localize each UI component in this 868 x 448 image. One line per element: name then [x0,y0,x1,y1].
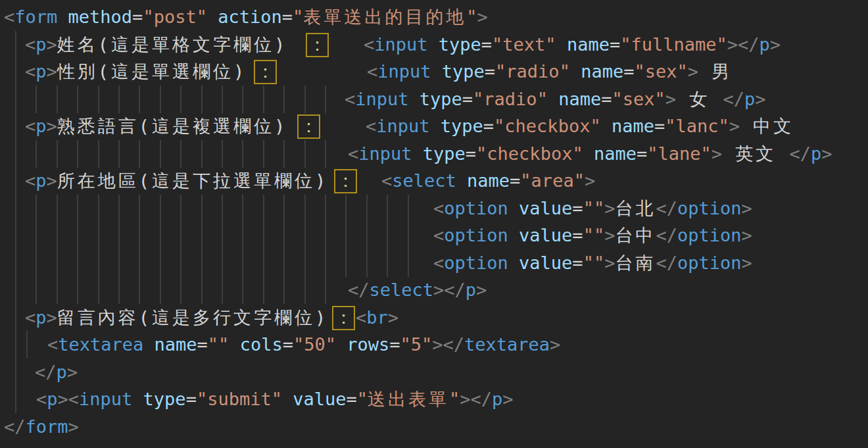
string-token: " [449,389,460,409]
unicode-highlight-box: ： [332,306,355,330]
punctuation-token: > [688,61,698,82]
code-line-5[interactable]: <p>熟悉語言(這是複選欄位)：<input type="checkbox" n… [0,112,868,140]
unicode-highlight-box: ： [297,114,320,139]
string-token: "text" [492,34,556,55]
punctuation-token: > [604,198,615,218]
string-token: "submit" [197,389,282,409]
code-line-7[interactable]: <p>所在地區(這是下拉選單欄位)：<select name="area"> [0,167,868,195]
punctuation-token: > [821,143,832,164]
string-token: "50" [293,334,336,355]
string-token: "area" [520,170,585,191]
code-segment: <input type="text" name="fullname"></p> [364,31,781,59]
code-line-4[interactable]: <input type="radio" name="sex"> 女 </p> [0,86,868,113]
code-editor[interactable]: <form method="post" action="表單送出的目的地"><p… [0,0,868,448]
code-segment: ： [334,167,357,195]
punctuation-token: < [381,170,392,191]
tag-name-token: select [392,170,456,191]
attribute-name-token: cols [229,334,282,355]
text-token: 女 [676,89,723,109]
punctuation-token: > [47,61,57,82]
code-segment: </form> [4,413,79,441]
tag-name-token: option [444,225,508,245]
attribute-name-token: method [68,7,133,27]
tag-name-token: p [744,89,755,109]
attribute-name-token: name [143,334,197,355]
unicode-highlight-box: ： [306,33,329,57]
punctuation-token: > [770,34,781,55]
code-line-2[interactable]: <p>姓名(這是單格文字欄位)：<input type="text" name=… [0,31,868,59]
tag-name-token: option [677,225,742,245]
text-token: 留言內容(這是多行文字欄位) [57,307,329,328]
punctuation-token: > [550,334,560,355]
tag-name-token: option [677,253,742,273]
tag-name-token: input [376,116,429,136]
tag-name-token: p [36,61,46,82]
punctuation-token: </ [656,225,677,245]
code-line-13[interactable]: <textarea name="" cols="50" rows="5"></t… [0,331,868,359]
punctuation-token: > [47,34,57,55]
tag-name-token: textarea [464,334,550,355]
punctuation-token: > [502,389,513,409]
punctuation-token: > [460,389,470,409]
string-token: "lanc" [665,116,729,136]
code-segment: <option value="">台中</option> [433,222,752,249]
string-token: "fullname" [620,34,727,55]
code-line-6[interactable]: <input type="checkbox" name="lane"> 英文 <… [0,140,868,168]
code-segment: <p>熟悉語言(這是複選欄位) [25,112,287,140]
string-token: "radio" [495,61,570,82]
tag-name-token: p [492,389,502,409]
code-line-9[interactable]: <option value="">台中</option> [0,222,868,249]
punctuation-token: > [585,170,595,191]
string-token: " [466,7,477,27]
code-line-10[interactable]: <option value="">台南</option> [0,249,868,277]
code-line-14[interactable]: </p> [0,359,868,386]
code-line-8[interactable]: <option value="">台北</option> [0,195,868,222]
code-line-16[interactable]: </form> [0,413,868,441]
punctuation-token: > [477,7,488,27]
attribute-name-token: name [556,34,610,55]
punctuation-token: > [727,34,738,55]
punctuation-token: < [348,143,358,164]
punctuation-token: </ [471,389,493,409]
string-token: "sex" [634,61,687,82]
punctuation-token: < [25,61,36,82]
tag-name-token: select [370,280,434,300]
equals-token: = [610,34,620,55]
equals-token: = [483,116,494,136]
string-token: "checkbox" [476,143,583,164]
tag-name-token: p [36,307,46,328]
code-segment: <p>性別(這是單選欄位) [25,58,247,86]
string-token: "" [583,225,605,245]
punctuation-token: > [58,389,68,409]
indent-guides [15,222,409,249]
code-line-1[interactable]: <form method="post" action="表單送出的目的地"> [0,3,868,31]
punctuation-token: > [604,253,615,273]
indent-guides [26,331,28,359]
tag-name-token: p [47,389,57,409]
indent-guides [15,276,326,304]
code-segment: <form method="post" action="表單送出的目的地"> [4,3,488,31]
attribute-name-token: name [601,116,654,136]
indent-guides [15,140,326,168]
code-line-15[interactable]: <p><input type="submit" value="送出表單"></p… [0,386,868,413]
code-line-3[interactable]: <p>性別(這是單選欄位)：<input type="radio" name="… [0,58,868,86]
code-segment: ： [297,112,320,140]
tag-name-token: p [811,143,821,164]
code-line-11[interactable]: </select></p> [0,276,868,304]
tag-name-token: form [26,416,68,437]
string-token: "" [208,334,229,355]
equals-token: = [282,7,293,27]
attribute-name-token: type [430,116,483,136]
text-token: 熟悉語言(這是複選欄位) [57,116,288,136]
punctuation-token: < [25,170,36,191]
code-segment: </select></p> [348,276,487,304]
code-segment: ： [332,304,355,332]
attribute-name-token: action [218,7,282,27]
equals-token: = [481,34,492,55]
code-line-12[interactable]: <p>留言內容(這是多行文字欄位)：<br> [0,304,868,332]
equals-token: = [572,198,583,218]
punctuation-token: </ [35,362,57,382]
string-token: "sex" [612,89,665,109]
punctuation-token: < [25,34,36,55]
tag-name-token: input [355,89,408,109]
